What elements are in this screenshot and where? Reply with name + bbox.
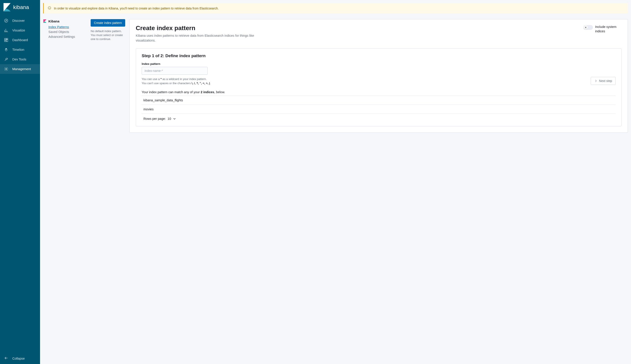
kibana-logo-icon: [3, 3, 11, 12]
mgmt-section-title: Kibana: [48, 19, 59, 23]
nav-label: Dev Tools: [12, 58, 26, 61]
svg-point-5: [5, 49, 7, 51]
sidebar-item-management[interactable]: Management: [0, 64, 40, 74]
arrow-left-icon: [4, 356, 8, 361]
sidebar-item-devtools[interactable]: Dev Tools: [0, 54, 40, 64]
mgmt-link-advanced-settings[interactable]: Advanced Settings: [48, 35, 87, 38]
rows-per-label: Rows per page:: [143, 117, 166, 120]
svg-rect-1: [5, 38, 6, 40]
brand-text: kibana: [13, 4, 29, 10]
index-list: kibana_sample_data_flights movies: [142, 96, 615, 114]
svg-rect-3: [7, 40, 8, 42]
nav-label: Management: [12, 67, 31, 71]
sidebar-item-timelion[interactable]: Timelion: [0, 45, 40, 54]
kibana-small-icon: [43, 19, 47, 23]
nav-label: Visualize: [12, 28, 25, 32]
no-default-helper: No default index pattern. You must selec…: [91, 29, 126, 41]
sidebar-item-dashboard[interactable]: Dashboard: [0, 35, 40, 45]
svg-point-6: [6, 50, 6, 50]
callout-text: In order to visualize and explore data i…: [54, 6, 219, 10]
include-system-indices-toggle[interactable]: [583, 25, 593, 30]
sidebar-item-discover[interactable]: Discover: [0, 16, 40, 26]
svg-point-8: [6, 68, 7, 70]
mgmt-link-index-patterns[interactable]: Index Patterns: [48, 25, 87, 29]
mgmt-links: Index Patterns Saved Objects Advanced Se…: [43, 25, 87, 38]
rows-per-page-dropdown[interactable]: Rows per page: 10: [142, 114, 615, 121]
wrench-icon: [4, 57, 8, 62]
compass-icon: [4, 18, 8, 23]
chevron-down-icon: [173, 117, 176, 120]
primary-nav: Discover Visualize Dashboard Timelion De…: [0, 14, 40, 353]
toggle-label: Include system indices: [595, 24, 621, 34]
svg-point-0: [5, 19, 8, 22]
step-title: Step 1 of 2: Define index pattern: [142, 54, 615, 58]
collapse-label: Collapse: [12, 357, 25, 360]
info-icon: [48, 6, 51, 10]
index-row: movies: [142, 105, 615, 114]
svg-rect-4: [5, 40, 6, 42]
card-desc: Kibana uses index patterns to retrieve d…: [136, 34, 259, 43]
sidebar: kibana Discover Visualize Dashboard Time…: [0, 0, 40, 364]
chart-icon: [4, 28, 8, 32]
step-box: Step 1 of 2: Define index pattern Index …: [136, 48, 621, 126]
toggle-knob: [584, 26, 588, 30]
index-row: kibana_sample_data_flights: [142, 96, 615, 105]
include-system-indices-wrap: Include system indices: [583, 24, 621, 34]
timelion-icon: [4, 48, 8, 52]
info-callout: In order to visualize and explore data i…: [43, 3, 628, 14]
next-step-button[interactable]: Next step: [591, 77, 615, 85]
card-title: Create index pattern: [136, 24, 259, 32]
management-panel: Kibana Index Patterns Saved Objects Adva…: [43, 19, 126, 133]
collapse-button[interactable]: Collapse: [0, 353, 40, 364]
next-step-label: Next step: [599, 79, 612, 83]
mgmt-link-saved-objects[interactable]: Saved Objects: [48, 30, 87, 34]
input-hints: You can use a * as a wildcard in your in…: [142, 77, 211, 86]
nav-label: Discover: [12, 19, 25, 22]
match-text: Your index pattern can match any of your…: [142, 90, 615, 94]
rows-per-value: 10: [168, 117, 171, 120]
index-pattern-input[interactable]: [142, 67, 208, 75]
dashboard-icon: [4, 38, 8, 42]
chevron-right-icon: [594, 79, 597, 82]
create-index-pattern-card: Create index pattern Kibana uses index p…: [129, 19, 628, 133]
create-index-pattern-button[interactable]: Create index pattern: [91, 19, 125, 26]
logo[interactable]: kibana: [0, 0, 40, 14]
gear-icon: [4, 67, 8, 71]
sidebar-item-visualize[interactable]: Visualize: [0, 26, 40, 35]
svg-rect-2: [7, 38, 8, 39]
nav-label: Dashboard: [12, 38, 28, 42]
nav-label: Timelion: [12, 48, 24, 52]
x-icon: [584, 26, 587, 28]
main-content: In order to visualize and explore data i…: [40, 0, 631, 364]
index-pattern-label: Index pattern: [142, 62, 615, 66]
